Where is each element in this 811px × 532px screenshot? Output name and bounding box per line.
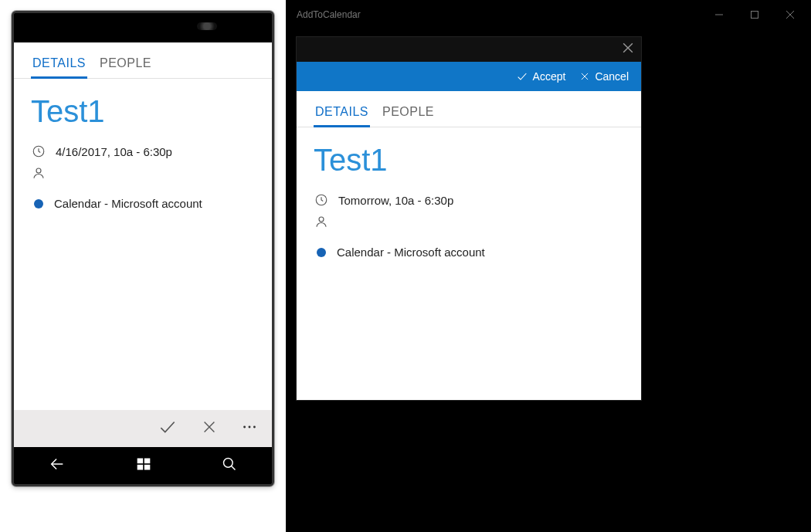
cancel-x-icon[interactable] [201, 418, 218, 439]
event-person-row [31, 166, 255, 180]
calendar-dot-icon [317, 248, 326, 257]
cancel-button-label: Cancel [595, 70, 629, 83]
phone-device-frame: DETAILS PEOPLE Test1 4/16/2017, 10a - 6:… [12, 11, 274, 486]
dialog-close-icon[interactable] [623, 42, 633, 56]
event-calendar-row: Calendar - Microsoft account [314, 246, 624, 259]
tab-people[interactable]: PEOPLE [381, 102, 436, 127]
svg-point-4 [253, 426, 256, 429]
svg-point-9 [223, 459, 232, 468]
person-icon [31, 166, 46, 180]
event-calendar-text: Calendar - Microsoft account [54, 197, 202, 210]
event-time-text: Tomorrow, 10a - 6:30p [338, 194, 453, 207]
more-icon[interactable] [241, 418, 258, 439]
phone-speaker [197, 22, 217, 30]
phone-tabs: DETAILS PEOPLE [14, 42, 272, 79]
phone-nav-bar [14, 447, 272, 484]
cancel-button[interactable]: Cancel [579, 70, 629, 83]
tab-details[interactable]: DETAILS [31, 53, 87, 78]
accept-button-label: Accept [533, 70, 566, 83]
svg-rect-10 [752, 12, 758, 19]
search-icon[interactable] [222, 456, 237, 475]
event-title: Test1 [31, 94, 255, 129]
add-to-calendar-dialog: Accept Cancel DETAILS PEOPLE Test1 Tomor… [297, 37, 641, 400]
event-calendar-row: Calendar - Microsoft account [31, 197, 255, 210]
window-close-icon[interactable] [772, 2, 808, 27]
tab-people[interactable]: PEOPLE [98, 53, 153, 78]
svg-point-2 [243, 426, 246, 429]
calendar-dot-icon [34, 199, 43, 208]
event-time-row: Tomorrow, 10a - 6:30p [314, 193, 624, 207]
tab-details[interactable]: DETAILS [314, 102, 370, 127]
clock-icon [31, 144, 46, 158]
event-title: Test1 [314, 143, 624, 178]
window-title: AddToCalendar [289, 9, 701, 20]
svg-point-12 [319, 217, 324, 222]
clock-icon [314, 193, 329, 207]
desktop-tabs: DETAILS PEOPLE [297, 91, 641, 127]
event-time-text: 4/16/2017, 10a - 6:30p [56, 145, 172, 158]
phone-app-bar [14, 410, 272, 447]
back-icon[interactable] [49, 456, 66, 476]
accept-check-icon[interactable] [158, 417, 178, 440]
dialog-command-bar: Accept Cancel [297, 62, 641, 91]
windows-start-icon[interactable] [136, 456, 151, 475]
window-minimize-icon[interactable] [701, 2, 737, 27]
svg-point-1 [36, 168, 41, 173]
dialog-inner-title-bar [297, 37, 641, 62]
svg-rect-6 [144, 459, 151, 464]
window-maximize-icon[interactable] [737, 2, 772, 27]
accept-button[interactable]: Accept [516, 70, 566, 83]
event-calendar-text: Calendar - Microsoft account [337, 246, 485, 259]
desktop-title-bar: AddToCalendar [286, 0, 811, 29]
svg-rect-8 [144, 465, 151, 470]
svg-rect-7 [137, 465, 144, 470]
event-time-row: 4/16/2017, 10a - 6:30p [31, 144, 255, 158]
person-icon [314, 215, 329, 229]
svg-rect-5 [137, 459, 144, 464]
event-person-row [314, 215, 624, 229]
svg-point-3 [249, 426, 251, 429]
phone-status-bar [14, 13, 272, 42]
